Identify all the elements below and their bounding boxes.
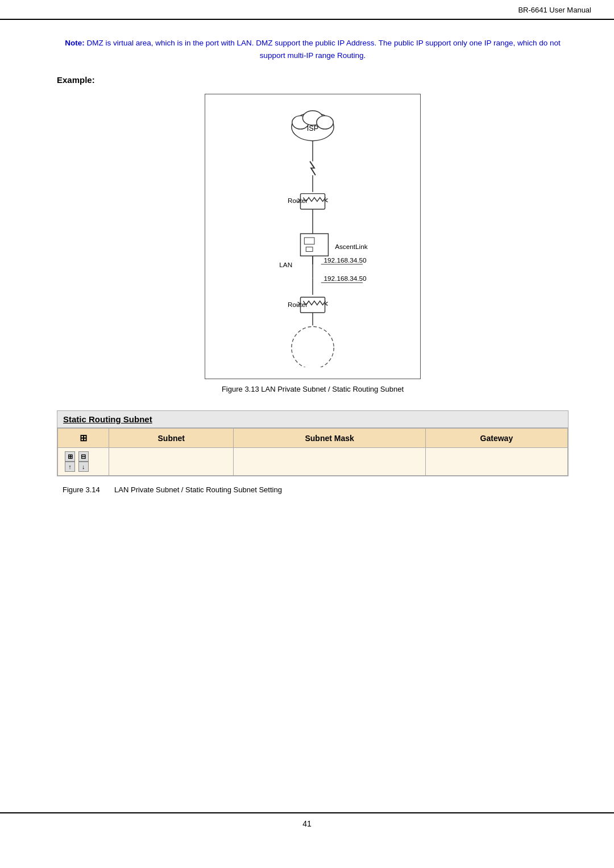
- diagram-container: ISP Router: [57, 94, 569, 379]
- svg-point-3: [317, 116, 333, 129]
- diagram-box: ISP Router: [205, 94, 421, 379]
- table-row: ⊞ ⊟ ↑ ↓: [58, 448, 568, 476]
- subnet-header: Subnet: [109, 429, 234, 448]
- page-number: 41: [302, 819, 312, 828]
- figure-313-caption: Figure 3.13 LAN Private Subnet / Static …: [57, 385, 569, 393]
- svg-text:Router: Router: [288, 197, 308, 204]
- svg-rect-12: [306, 247, 313, 252]
- move-up-button[interactable]: ↑: [65, 462, 75, 472]
- note-text: DMZ is virtual area, which is in the por…: [85, 39, 561, 60]
- page-container: BR-6641 User Manual Note: DMZ is virtual…: [0, 0, 614, 868]
- svg-text:192.168.34.50: 192.168.34.50: [324, 256, 367, 264]
- page-footer: 41: [0, 812, 614, 834]
- page-header: BR-6641 User Manual: [0, 0, 614, 20]
- routing-section: Static Routing Subnet ⊞ Subnet Subnet Ma…: [57, 410, 569, 476]
- svg-rect-11: [304, 238, 314, 244]
- add-row-button[interactable]: ⊞: [65, 451, 75, 462]
- table-header-row: ⊞ Subnet Subnet Mask Gateway: [58, 429, 568, 448]
- svg-text:LAN: LAN: [279, 261, 292, 268]
- network-diagram: ISP Router: [216, 106, 409, 367]
- page-content: Note: DMZ is virtual area, which is in t…: [0, 20, 614, 539]
- svg-text:Router: Router: [288, 301, 308, 308]
- add-icon-header[interactable]: ⊞: [58, 429, 109, 448]
- subnet-cell[interactable]: [109, 448, 234, 476]
- figure-314-text: LAN Private Subnet / Static Routing Subn…: [114, 485, 282, 494]
- svg-point-25: [292, 327, 334, 367]
- example-label: Example:: [57, 75, 569, 85]
- figure-314-caption: Figure 3.14 LAN Private Subnet / Static …: [57, 485, 569, 494]
- subnet-mask-cell[interactable]: [234, 448, 425, 476]
- remove-row-button[interactable]: ⊟: [78, 451, 89, 462]
- note-bold-label: Note:: [65, 39, 85, 47]
- document-title: BR-6641 User Manual: [518, 6, 591, 14]
- routing-title: Static Routing Subnet: [63, 414, 152, 424]
- svg-text:AscentLink: AscentLink: [335, 243, 368, 250]
- svg-text:ISP: ISP: [307, 124, 319, 132]
- routing-table: ⊞ Subnet Subnet Mask Gateway ⊞ ⊟ ↑ ↓: [57, 428, 568, 476]
- gateway-cell[interactable]: [425, 448, 567, 476]
- gateway-header: Gateway: [425, 429, 567, 448]
- svg-text:192.168.34.50: 192.168.34.50: [324, 275, 367, 282]
- add-icon[interactable]: ⊞: [80, 433, 87, 443]
- svg-rect-10: [300, 234, 328, 256]
- subnet-mask-header: Subnet Mask: [234, 429, 425, 448]
- note-section: Note: DMZ is virtual area, which is in t…: [57, 37, 569, 61]
- action-icons-cell: ⊞ ⊟ ↑ ↓: [58, 448, 109, 476]
- move-down-button[interactable]: ↓: [78, 462, 89, 472]
- routing-title-row: Static Routing Subnet: [57, 411, 568, 428]
- figure-314-label: Figure 3.14: [63, 485, 100, 494]
